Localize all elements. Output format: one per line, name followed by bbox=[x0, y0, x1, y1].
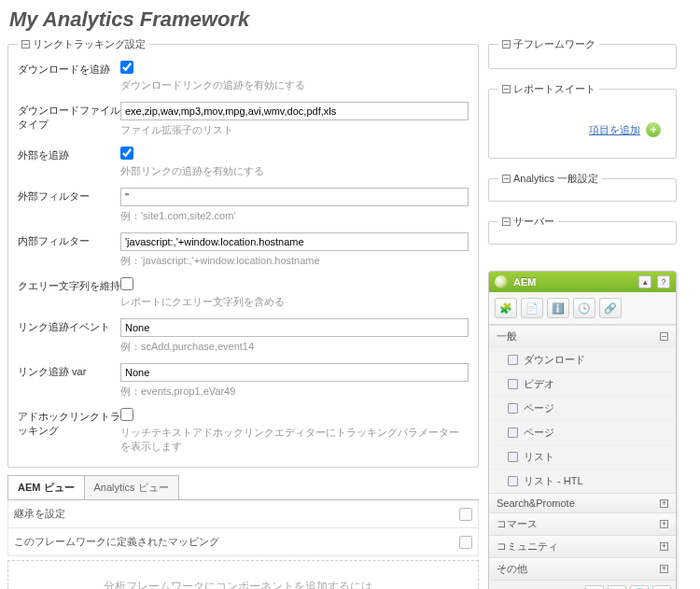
events-label: リンク追跡イベント bbox=[18, 318, 120, 354]
adhoc-label: アドホックリンクトラッキング bbox=[18, 408, 120, 454]
row-inherit: 継承を設定 bbox=[14, 507, 65, 521]
filetype-hint: ファイル拡張子のリスト bbox=[120, 123, 469, 137]
vars-hint: 例：events,prop1,eVar49 bbox=[120, 385, 469, 399]
child-framework-fieldset: –子フレームワーク bbox=[488, 37, 677, 69]
collapse-icon[interactable]: – bbox=[502, 217, 511, 226]
help-icon[interactable]: ? bbox=[657, 275, 670, 288]
download-hint: ダウンロードリンクの追跡を有効にする bbox=[120, 78, 469, 92]
query-checkbox[interactable] bbox=[120, 277, 133, 290]
intfilter-label: 内部フィルター bbox=[18, 232, 120, 268]
refresh-icon[interactable]: ↻ bbox=[652, 585, 671, 589]
aem-logo-icon bbox=[495, 275, 508, 288]
query-hint: レポートにクエリー文字列を含める bbox=[120, 295, 469, 309]
plus-icon[interactable]: + bbox=[646, 122, 661, 137]
events-input[interactable] bbox=[120, 318, 469, 337]
collapse-icon[interactable]: – bbox=[660, 332, 668, 341]
expand-icon[interactable]: + bbox=[660, 565, 668, 573]
list-item[interactable]: ページ bbox=[489, 420, 676, 444]
collapse-icon[interactable]: – bbox=[502, 85, 511, 93]
sidekick-title: AEM bbox=[513, 276, 633, 287]
adhoc-hint: リッチテキストアドホックリンクエディターにトラッキングパラメーターを表示します bbox=[120, 426, 469, 454]
cat-search[interactable]: Search&Promote bbox=[497, 498, 575, 509]
list-item[interactable]: リスト - HTL bbox=[489, 469, 676, 493]
row-mapping: このフレームワークに定義されたマッピング bbox=[14, 535, 219, 549]
sidekick-panel: AEM▴? 🧩 📄 ℹ️ 🕓 🔗 一般– ダウンロード ビデオ ページ ページ … bbox=[488, 271, 677, 589]
page-title: My Analytics Framework bbox=[9, 7, 693, 32]
dropzone[interactable]: 分析フレームワークにコンポーネントを追加するには、ここにコンポーネントをドラッグ… bbox=[7, 560, 479, 589]
tool-workflow-icon[interactable]: 🔗 bbox=[599, 298, 622, 318]
external-label: 外部を追跡 bbox=[18, 147, 120, 178]
extfilter-label: 外部フィルター bbox=[18, 188, 120, 223]
component-icon bbox=[508, 355, 518, 365]
extfilter-input[interactable] bbox=[120, 188, 469, 206]
vars-input[interactable] bbox=[120, 363, 469, 382]
cat-other[interactable]: その他 bbox=[497, 562, 527, 576]
filetype-input[interactable] bbox=[120, 102, 469, 120]
tool-page-icon[interactable]: 📄 bbox=[521, 298, 543, 318]
tab-analytics-view[interactable]: Analytics ビュー bbox=[84, 475, 179, 499]
analytics-general-fieldset: –Analytics 一般設定 bbox=[488, 172, 677, 202]
collapse-icon[interactable]: – bbox=[502, 40, 511, 49]
cat-general[interactable]: 一般 bbox=[497, 330, 517, 344]
component-icon bbox=[508, 476, 518, 486]
cat-commerce[interactable]: コマース bbox=[497, 517, 538, 531]
external-checkbox[interactable] bbox=[120, 147, 133, 160]
tool-components-icon[interactable]: 🧩 bbox=[495, 298, 517, 318]
external-hint: 外部リンクの追跡を有効にする bbox=[120, 164, 469, 178]
link-tracking-fieldset: –リンクトラッキング設定 ダウンロードを追跡ダウンロードリンクの追跡を有効にする… bbox=[7, 37, 479, 468]
intfilter-input[interactable] bbox=[120, 232, 469, 251]
tab-aem-view[interactable]: AEM ビュー bbox=[7, 475, 85, 499]
collapse-icon[interactable]: – bbox=[502, 175, 511, 183]
component-icon bbox=[508, 428, 518, 438]
download-checkbox[interactable] bbox=[120, 61, 133, 74]
expand-icon[interactable]: + bbox=[660, 520, 668, 528]
intfilter-hint: 例：'javascript:,'+window.location.hostnam… bbox=[120, 254, 469, 268]
component-icon bbox=[508, 379, 518, 389]
events-hint: 例：scAdd,purchase,event14 bbox=[120, 340, 469, 354]
inherit-action[interactable] bbox=[459, 508, 472, 521]
tool-versions-icon[interactable]: 🕓 bbox=[573, 298, 595, 318]
minimize-icon[interactable]: ▴ bbox=[638, 275, 651, 288]
fieldset-legend: リンクトラッキング設定 bbox=[33, 37, 146, 51]
add-item-link[interactable]: 項目を追加 bbox=[589, 123, 640, 137]
edit-icon[interactable]: ✎ bbox=[585, 585, 604, 589]
list-item[interactable]: ページ bbox=[489, 396, 676, 420]
server-fieldset: –サーバー bbox=[488, 215, 677, 245]
list-item[interactable]: リスト bbox=[489, 444, 676, 469]
vars-label: リンク追跡 var bbox=[18, 363, 120, 399]
report-suite-fieldset: –レポートスイート 項目を追加+ bbox=[488, 82, 677, 159]
collapse-icon[interactable]: – bbox=[21, 40, 30, 49]
list-item[interactable]: ダウンロード bbox=[489, 347, 676, 372]
download-label: ダウンロードを追跡 bbox=[18, 61, 120, 92]
mapping-action[interactable] bbox=[459, 536, 472, 549]
ruler-icon[interactable]: 📐 bbox=[608, 585, 626, 589]
tool-info-icon[interactable]: ℹ️ bbox=[547, 298, 569, 318]
component-icon bbox=[508, 452, 518, 462]
component-icon bbox=[508, 403, 518, 414]
extfilter-hint: 例：'site1.com,site2.com' bbox=[120, 209, 469, 223]
globe-icon[interactable]: 🌐 bbox=[630, 585, 649, 589]
expand-icon[interactable]: + bbox=[660, 542, 668, 551]
cat-community[interactable]: コミュニティ bbox=[497, 540, 558, 554]
filetype-label: ダウンロードファイルタイプ bbox=[18, 102, 120, 137]
list-item[interactable]: ビデオ bbox=[489, 372, 676, 396]
expand-icon[interactable]: + bbox=[660, 499, 668, 508]
query-label: クエリー文字列を維持 bbox=[18, 277, 120, 309]
adhoc-checkbox[interactable] bbox=[120, 408, 133, 421]
